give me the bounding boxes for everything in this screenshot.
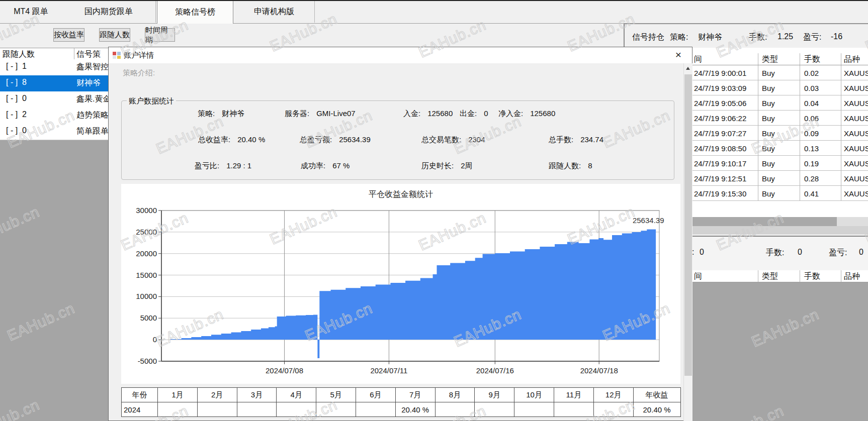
scroll-up-icon[interactable]	[686, 67, 690, 70]
dialog-titlebar[interactable]: 账户详情 ×	[109, 47, 692, 63]
stat-value: 1.29 : 1	[226, 161, 251, 171]
col-type[interactable]: 类型	[758, 270, 800, 282]
profit-chart: 平仓收益金额统计300002500020000150001000050000-5…	[121, 184, 680, 384]
month-data-cell	[237, 402, 277, 417]
stats-group-label: 账户数据统计	[127, 96, 176, 106]
strategy-intro-label: 策略介绍:	[123, 68, 155, 78]
strategy-row[interactable]: [ - ] 2趋势策略	[0, 108, 108, 124]
stat-item: 策略:财神爷	[198, 109, 244, 119]
signal-holdings-title: 信号持仓	[632, 32, 664, 43]
cell-symbol: XAUUSD.	[841, 141, 868, 156]
cell-symbol: XAUUSD.	[841, 186, 868, 201]
vertical-scrollbar[interactable]	[683, 63, 692, 421]
svg-text:20000: 20000	[136, 249, 157, 258]
month-header-cell: 8月	[435, 388, 475, 402]
svg-text:15000: 15000	[136, 271, 157, 279]
month-header-cell: 6月	[356, 388, 395, 402]
stat-item: 盈亏比:1.29 : 1	[195, 161, 251, 171]
stat-value: 2周	[461, 161, 472, 171]
month-header-cell: 3月	[237, 388, 277, 402]
month-data-cell	[316, 402, 356, 417]
tab-3[interactable]: 策略信号榜	[157, 0, 233, 24]
col-lots[interactable]: 手数	[800, 270, 841, 282]
svg-text:30000: 30000	[136, 206, 157, 215]
tab-2[interactable]: 国内期货跟单	[62, 1, 156, 23]
stat-value: GMI-Live07	[316, 109, 356, 119]
month-header-cell: 7月	[395, 388, 435, 402]
month-data-cell: 20.40 %	[633, 402, 680, 417]
cell-symbol: XAUUSD.	[841, 126, 868, 141]
stat-item: 服务器:GMI-Live07	[285, 109, 356, 119]
tab-1[interactable]: MT4 跟单	[0, 1, 62, 23]
strategy-row[interactable]: [ - ] 0简单跟单	[0, 124, 108, 140]
stat-value: 125680	[427, 109, 453, 119]
account-details-dialog: 账户详情 × 策略介绍: 账户数据统计 策略:财神爷服务器:GMI-Live07…	[108, 47, 692, 421]
strategy-row[interactable]: [ - ] 8财神爷	[0, 75, 108, 92]
follower-count: [ - ] 1	[6, 62, 27, 71]
month-header-cell: 9月	[475, 388, 514, 402]
stat-label: 历史时长:	[421, 161, 454, 171]
sort-button-3[interactable]: 时间周期	[145, 28, 175, 42]
cell-symbol: XAUUSD.	[841, 171, 868, 186]
cell-type: Buy	[758, 65, 800, 80]
follower-count: [ - ] 0	[6, 126, 27, 135]
col-type[interactable]: 类型	[758, 53, 800, 65]
col-symbol[interactable]: 品种	[841, 53, 868, 65]
month-data-cell	[197, 402, 237, 417]
stat-label: 入金:	[403, 109, 420, 119]
equity-chart-svg: 平仓收益金额统计300002500020000150001000050000-5…	[121, 184, 680, 384]
month-header-row: 年份1月2月3月4月5月6月7月8月9月10月11月12月年收益	[122, 388, 681, 402]
month-data-cell: 20.40 %	[395, 402, 435, 417]
month-header-cell: 年份	[122, 388, 158, 402]
cell-type: Buy	[758, 111, 800, 126]
app-window: MT4 跟单国内期货跟单策略信号榜申请机构版 策略排序方式: 按收益率跟随人数时…	[0, 0, 868, 421]
follower-count: [ - ] 0	[6, 94, 27, 103]
month-header-cell: 12月	[593, 388, 633, 402]
cell-symbol: XAUUSD.	[841, 80, 868, 95]
stat-item: 总交易笔数:2304	[421, 135, 485, 145]
cell-type: Buy	[758, 156, 800, 171]
col-lots[interactable]: 手数	[800, 53, 841, 65]
stat-label: 出金:	[460, 109, 477, 119]
stat-label: 服务器:	[285, 109, 309, 119]
month-data-cell	[356, 402, 395, 417]
strategy-row[interactable]: [ - ] 1鑫果智控.	[0, 59, 108, 76]
col-symbol[interactable]: 品种	[841, 270, 868, 282]
tab-4[interactable]: 申请机构版	[234, 1, 315, 23]
signal-holdings-header: 信号持仓 策略: 财神爷 手数: 1.25 盈亏: -16	[624, 23, 868, 48]
month-data-cell	[554, 402, 593, 417]
sort-button-2[interactable]: 跟随人数	[99, 28, 130, 42]
cell-lots: 0.03	[800, 80, 841, 95]
stat-item: 成功率:67 %	[301, 161, 350, 171]
stat-label: 策略:	[198, 109, 215, 119]
month-header-cell: 4月	[277, 388, 316, 402]
strategy-list: 跟随人数 信号策略 [ - ] 1鑫果智控.[ - ] 8财神爷[ - ] 0鑫…	[0, 48, 108, 421]
month-data-cell	[593, 402, 633, 417]
cell-lots: 0.28	[800, 171, 841, 186]
cell-type: Buy	[758, 171, 800, 186]
month-table: 年份1月2月3月4月5月6月7月8月9月10月11月12月年收益202420.4…	[121, 387, 681, 417]
month-data-cell	[158, 402, 198, 417]
sort-button-1[interactable]: 按收益率	[53, 28, 84, 42]
stat-value: 25634.39	[339, 135, 371, 145]
cell-type: Buy	[758, 126, 800, 141]
stat-value: 67 %	[332, 161, 350, 171]
col-follower-count[interactable]: 跟随人数	[3, 49, 35, 60]
cell-symbol: XAUUSD.	[841, 95, 868, 111]
month-header-cell: 11月	[554, 388, 593, 402]
strategy-value: 财神爷	[698, 32, 722, 43]
strategy-label: 策略:	[670, 32, 688, 43]
stat-label: 总盈亏额:	[300, 135, 332, 145]
follower-count: [ - ] 8	[6, 78, 27, 87]
strategy-list-header: 跟随人数 信号策略	[0, 48, 108, 60]
stat-label: 总交易笔数:	[421, 135, 461, 145]
stat-item: 总盈亏额:25634.39	[300, 135, 371, 145]
scrollbar-thumb[interactable]	[684, 74, 692, 376]
month-data-cell	[435, 402, 475, 417]
cell-type: Buy	[758, 80, 800, 95]
stat-value: 0	[484, 109, 488, 119]
cell-lots: 0.02	[800, 65, 841, 80]
lots-label: 手数:	[766, 248, 784, 258]
strategy-row[interactable]: [ - ] 0鑫果.黄金	[0, 91, 108, 108]
close-icon[interactable]: ×	[672, 48, 685, 61]
